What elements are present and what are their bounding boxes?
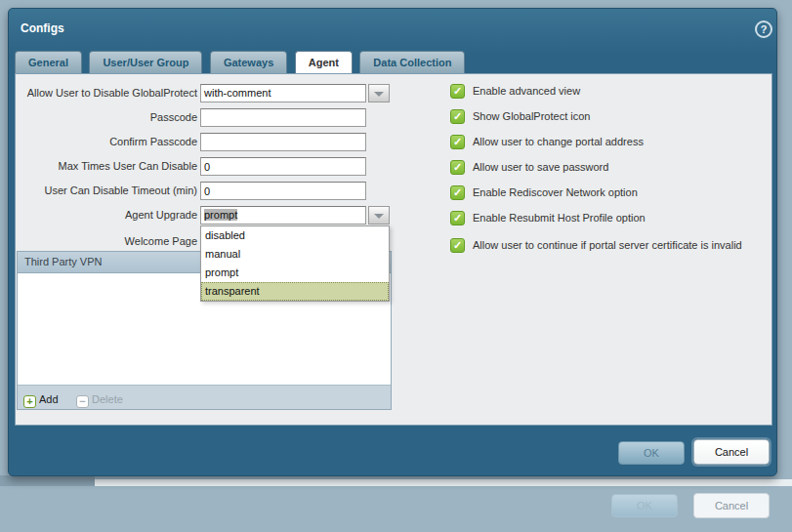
field-label-agent-upgrade: Agent Upgrade [16, 206, 197, 225]
tab-agent[interactable]: Agent [295, 51, 353, 74]
field-label-confirm-passcode: Confirm Passcode [16, 133, 197, 151]
configs-dialog: Configs ? General User/User Group Gatewa… [8, 8, 777, 476]
agent-upgrade-dropdown-list: disabled manual prompt transparent [200, 225, 390, 302]
checkbox-label-show-icon: Show GlobalProtect icon [473, 109, 590, 124]
tab-general-label: General [28, 57, 68, 68]
max-times-input[interactable] [200, 157, 366, 176]
tab-user-group[interactable]: User/User Group [89, 51, 202, 74]
agent-tab-panel: Allow User to Disable GlobalProtect with… [15, 73, 772, 426]
ok-button[interactable]: OK [618, 441, 685, 465]
checkbox-label-invalid-certificate: Allow user to continue if portal server … [473, 238, 742, 253]
field-label-allow-disable: Allow User to Disable GlobalProtect [16, 84, 197, 102]
passcode-input[interactable] [200, 108, 366, 127]
add-button-label: Add [39, 393, 59, 405]
disable-timeout-input[interactable] [200, 182, 366, 200]
checkbox-save-password[interactable]: ✓ [450, 160, 465, 175]
option-prompt[interactable]: prompt [201, 264, 389, 282]
background-cancel-button: Cancel [693, 493, 770, 518]
checkbox-resubmit-host-profile[interactable]: ✓ [450, 211, 465, 225]
option-manual[interactable]: manual [201, 245, 389, 264]
add-button[interactable]: +Add [23, 393, 59, 408]
checkbox-change-portal[interactable]: ✓ [450, 135, 465, 149]
cancel-button[interactable]: Cancel [693, 439, 770, 465]
checkbox-label-advanced-view: Enable advanced view [473, 84, 580, 99]
checkbox-label-rediscover-network: Enable Rediscover Network option [473, 185, 638, 200]
field-label-welcome-page: Welcome Page [16, 232, 197, 251]
tab-strip: General User/User Group Gateways Agent D… [15, 51, 468, 74]
checkbox-advanced-view[interactable]: ✓ [450, 84, 465, 99]
checkbox-rediscover-network[interactable]: ✓ [450, 185, 465, 200]
screen: OK Cancel Configs ? General User/User Gr… [0, 0, 792, 532]
background-ok-button: OK [611, 494, 678, 517]
checkbox-label-change-portal: Allow user to change portal address [473, 135, 644, 149]
help-icon[interactable]: ? [755, 20, 772, 38]
tab-gateways[interactable]: Gateways [210, 51, 287, 74]
allow-disable-combo[interactable]: with-comment [200, 84, 366, 102]
field-label-disable-timeout: User Can Disable Timeout (min) [16, 182, 197, 200]
field-label-passcode: Passcode [16, 108, 197, 127]
delete-button-label: Delete [92, 393, 123, 405]
agent-upgrade-dropdown-arrow-icon[interactable] [368, 206, 390, 225]
third-party-vpn-toolbar: +Add −Delete [18, 385, 391, 409]
checkbox-show-icon[interactable]: ✓ [450, 109, 465, 124]
option-transparent[interactable]: transparent [201, 282, 389, 301]
checkbox-label-resubmit-host-profile: Enable Resubmit Host Profile option [473, 211, 646, 225]
allow-disable-dropdown-arrow-icon[interactable] [368, 84, 390, 102]
dialog-title: Configs [21, 21, 64, 35]
delete-icon: − [76, 395, 89, 408]
field-label-max-times: Max Times User Can Disable [16, 157, 197, 176]
agent-upgrade-combo[interactable]: prompt [200, 206, 366, 225]
tab-data-collection[interactable]: Data Collection [359, 51, 465, 74]
checkbox-label-save-password: Allow user to save password [473, 160, 608, 175]
tab-general[interactable]: General [15, 51, 82, 74]
allow-disable-value: with-comment [204, 87, 271, 99]
agent-upgrade-value: prompt [204, 209, 237, 221]
delete-button[interactable]: −Delete [76, 393, 123, 408]
background-dialog-footer-edge [95, 479, 792, 486]
checkbox-invalid-certificate[interactable]: ✓ [450, 238, 465, 253]
background-dialog-edge [0, 475, 95, 486]
option-disabled[interactable]: disabled [201, 226, 389, 245]
add-icon: + [23, 395, 36, 408]
confirm-passcode-input[interactable] [200, 133, 366, 151]
